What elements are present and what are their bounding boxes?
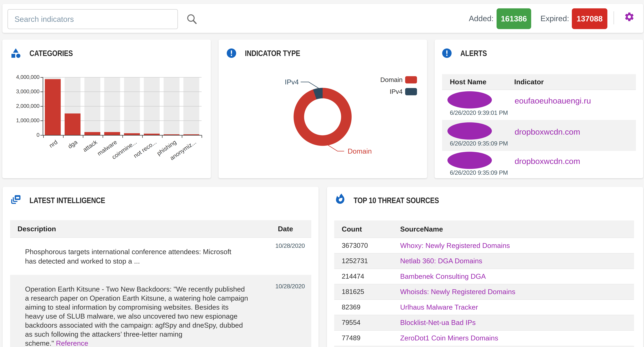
svg-text:Domain: Domain (380, 76, 402, 83)
svg-text:IPv4: IPv4 (285, 78, 299, 86)
svg-text:IPv4: IPv4 (390, 88, 402, 95)
svg-text:Domain: Domain (348, 147, 372, 155)
